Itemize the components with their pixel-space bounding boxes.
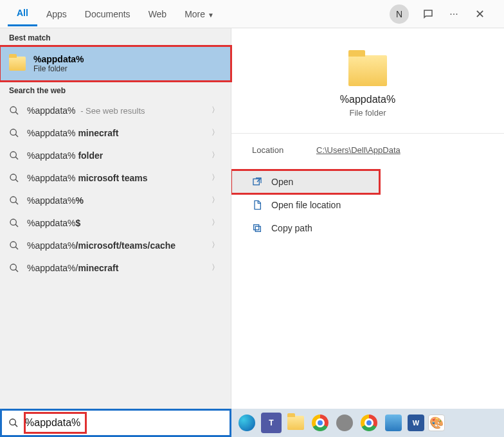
web-result[interactable]: %appdata%/minecraft 〉 [0,256,231,279]
copy-icon [252,223,262,233]
action-copy-path[interactable]: Copy path [231,217,504,240]
chevron-right-icon[interactable]: 〉 [209,150,222,161]
web-result[interactable]: %appdata% folder 〉 [0,144,231,166]
action-label: Copy path [271,223,312,233]
action-open-file-location[interactable]: Open file location [231,193,504,217]
taskbar-word-icon[interactable]: W [408,415,424,431]
taskbar-chrome-icon[interactable] [310,413,330,433]
folder-icon [348,55,387,86]
chevron-right-icon[interactable]: 〉 [209,217,222,228]
chevron-right-icon[interactable]: 〉 [209,172,222,183]
svg-point-12 [10,242,16,247]
taskbar-edge-icon[interactable] [237,413,257,433]
preview-title: %appdata% [340,94,395,105]
svg-line-5 [15,157,18,159]
web-result[interactable]: %appdata% minecraft 〉 [0,121,231,144]
svg-point-4 [10,152,16,157]
search-web-heading: Search the web [0,81,231,99]
svg-line-13 [15,247,18,249]
svg-rect-16 [253,179,259,184]
open-icon [252,177,262,187]
taskbar-app-icon[interactable] [334,413,355,433]
preview-panel: %appdata% File folder Location C:\Users\… [231,28,504,409]
svg-line-20 [15,424,17,427]
svg-line-7 [15,179,18,182]
search-icon [9,240,19,251]
svg-point-19 [10,419,15,425]
search-icon [9,263,19,273]
chevron-right-icon[interactable]: 〉 [209,262,222,273]
svg-rect-18 [254,225,259,230]
results-panel: Best match %appdata% File folder Search … [0,28,231,409]
user-avatar[interactable]: N [390,4,409,24]
search-input[interactable]: %appdata% [0,409,231,437]
location-value[interactable]: C:\Users\Dell\AppData [316,145,401,155]
action-open[interactable]: Open [231,170,379,193]
web-result-text: %appdata%/microsoft/teams/cache [27,240,209,251]
search-icon [9,150,19,161]
web-result-text: %appdata%% [27,195,209,206]
best-match-result[interactable]: %appdata% File folder [0,46,231,81]
search-icon [9,128,19,138]
folder-icon [9,57,26,71]
svg-line-9 [15,202,18,204]
web-result-text: %appdata%/minecraft [27,263,209,273]
search-tabs: All Apps Documents Web More▼ N ··· ✕ [0,0,504,28]
best-match-title: %appdata% [33,54,84,64]
web-result[interactable]: %appdata%/microsoft/teams/cache 〉 [0,234,231,256]
search-tab-all[interactable]: All [8,1,37,26]
chevron-right-icon[interactable]: 〉 [209,195,222,206]
taskbar-chrome2-icon[interactable] [359,413,379,433]
svg-point-6 [10,174,16,180]
search-tab-apps[interactable]: Apps [37,3,76,26]
taskbar-snip-icon[interactable] [383,413,404,433]
web-result-text: %appdata% microsoft teams [27,173,209,183]
svg-line-3 [15,134,18,137]
svg-point-10 [10,219,16,225]
web-result[interactable]: %appdata% microsoft teams 〉 [0,166,231,189]
action-label: Open [271,177,293,187]
web-result[interactable]: %appdata%% 〉 [0,189,231,211]
svg-point-2 [10,129,16,135]
svg-line-11 [15,224,18,227]
web-result-text: %appdata% folder [27,150,209,161]
svg-point-0 [10,107,16,112]
action-label: Open file location [271,200,341,210]
search-query: %appdata% [25,417,80,428]
location-label: Location [252,145,316,155]
search-icon [8,418,19,428]
chevron-right-icon[interactable]: 〉 [209,105,222,116]
svg-rect-17 [255,226,260,231]
file-location-icon [252,200,262,210]
search-icon [9,218,19,228]
taskbar-teams-icon[interactable]: T [261,413,282,433]
feedback-icon[interactable] [419,5,437,23]
svg-line-1 [15,112,18,114]
more-options-icon[interactable]: ··· [445,5,463,23]
search-tab-more[interactable]: More▼ [176,3,223,26]
svg-line-15 [15,269,18,272]
search-icon [9,195,19,206]
taskbar: T W 🎨 [231,409,504,437]
web-result[interactable]: %appdata%$ 〉 [0,211,231,234]
search-tab-web[interactable]: Web [140,3,176,26]
chevron-down-icon: ▼ [208,12,214,19]
taskbar-explorer-icon[interactable] [285,413,306,433]
search-icon [9,173,19,183]
svg-point-8 [10,197,16,202]
chevron-right-icon[interactable]: 〉 [209,240,222,251]
web-result-text: %appdata% - See web results [27,105,209,116]
svg-point-14 [10,264,16,270]
web-result-text: %appdata% minecraft [27,128,209,138]
chevron-right-icon[interactable]: 〉 [209,127,222,138]
taskbar-paint-icon[interactable]: 🎨 [428,415,445,431]
web-result-text: %appdata%$ [27,218,209,228]
web-result[interactable]: %appdata% - See web results 〉 [0,99,231,121]
search-tab-documents[interactable]: Documents [76,3,140,26]
search-icon [9,105,19,116]
preview-subtitle: File folder [349,108,386,118]
best-match-subtitle: File folder [33,64,84,73]
best-match-heading: Best match [0,28,231,46]
close-button[interactable]: ✕ [471,5,489,23]
